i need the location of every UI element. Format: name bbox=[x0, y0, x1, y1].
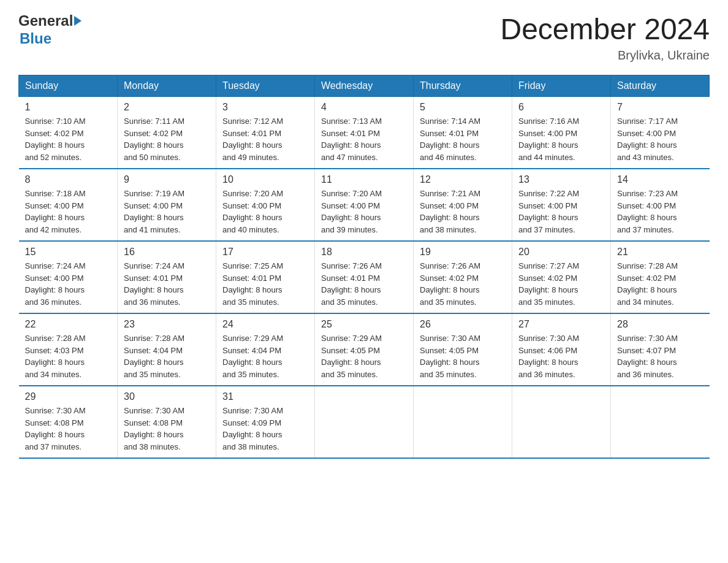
day-info: Sunrise: 7:23 AM Sunset: 4:00 PM Dayligh… bbox=[617, 188, 703, 236]
week-row-4: 22Sunrise: 7:28 AM Sunset: 4:03 PM Dayli… bbox=[19, 313, 710, 386]
week-row-2: 8Sunrise: 7:18 AM Sunset: 4:00 PM Daylig… bbox=[19, 169, 710, 241]
day-number: 3 bbox=[222, 102, 308, 113]
day-info: Sunrise: 7:14 AM Sunset: 4:01 PM Dayligh… bbox=[420, 115, 506, 163]
day-cell: 25Sunrise: 7:29 AM Sunset: 4:05 PM Dayli… bbox=[315, 313, 414, 386]
day-number: 24 bbox=[222, 319, 308, 330]
day-info: Sunrise: 7:26 AM Sunset: 4:02 PM Dayligh… bbox=[420, 260, 506, 308]
column-header-tuesday: Tuesday bbox=[216, 75, 315, 97]
day-cell: 13Sunrise: 7:22 AM Sunset: 4:00 PM Dayli… bbox=[512, 169, 611, 241]
day-cell: 7Sunrise: 7:17 AM Sunset: 4:00 PM Daylig… bbox=[611, 97, 710, 169]
day-cell bbox=[315, 386, 414, 458]
day-cell: 15Sunrise: 7:24 AM Sunset: 4:00 PM Dayli… bbox=[19, 241, 118, 313]
day-cell: 24Sunrise: 7:29 AM Sunset: 4:04 PM Dayli… bbox=[216, 313, 315, 386]
day-number: 26 bbox=[420, 319, 506, 330]
day-number: 19 bbox=[420, 247, 506, 258]
day-cell: 12Sunrise: 7:21 AM Sunset: 4:00 PM Dayli… bbox=[414, 169, 512, 241]
column-header-wednesday: Wednesday bbox=[315, 75, 414, 97]
day-number: 28 bbox=[617, 319, 703, 330]
day-number: 31 bbox=[222, 391, 308, 402]
day-cell bbox=[414, 386, 512, 458]
day-info: Sunrise: 7:30 AM Sunset: 4:09 PM Dayligh… bbox=[222, 405, 308, 453]
day-cell: 27Sunrise: 7:30 AM Sunset: 4:06 PM Dayli… bbox=[512, 313, 611, 386]
logo-blue-text: Blue bbox=[20, 30, 82, 48]
day-info: Sunrise: 7:22 AM Sunset: 4:00 PM Dayligh… bbox=[518, 188, 604, 236]
day-info: Sunrise: 7:21 AM Sunset: 4:00 PM Dayligh… bbox=[420, 188, 506, 236]
day-number: 20 bbox=[518, 247, 604, 258]
day-info: Sunrise: 7:16 AM Sunset: 4:00 PM Dayligh… bbox=[518, 115, 604, 163]
day-number: 23 bbox=[124, 319, 210, 330]
column-header-thursday: Thursday bbox=[414, 75, 512, 97]
day-info: Sunrise: 7:30 AM Sunset: 4:08 PM Dayligh… bbox=[124, 405, 210, 453]
day-cell: 6Sunrise: 7:16 AM Sunset: 4:00 PM Daylig… bbox=[512, 97, 611, 169]
day-cell: 18Sunrise: 7:26 AM Sunset: 4:01 PM Dayli… bbox=[315, 241, 414, 313]
day-number: 2 bbox=[124, 102, 210, 113]
day-cell: 17Sunrise: 7:25 AM Sunset: 4:01 PM Dayli… bbox=[216, 241, 315, 313]
week-row-3: 15Sunrise: 7:24 AM Sunset: 4:00 PM Dayli… bbox=[19, 241, 710, 313]
day-number: 21 bbox=[617, 247, 703, 258]
column-header-friday: Friday bbox=[512, 75, 611, 97]
day-cell: 5Sunrise: 7:14 AM Sunset: 4:01 PM Daylig… bbox=[414, 97, 512, 169]
month-title: December 2024 bbox=[500, 12, 710, 46]
day-cell: 3Sunrise: 7:12 AM Sunset: 4:01 PM Daylig… bbox=[216, 97, 315, 169]
day-info: Sunrise: 7:30 AM Sunset: 4:05 PM Dayligh… bbox=[420, 332, 506, 380]
day-info: Sunrise: 7:25 AM Sunset: 4:01 PM Dayligh… bbox=[222, 260, 308, 308]
day-info: Sunrise: 7:27 AM Sunset: 4:02 PM Dayligh… bbox=[518, 260, 604, 308]
day-number: 9 bbox=[124, 174, 210, 185]
calendar-table: SundayMondayTuesdayWednesdayThursdayFrid… bbox=[18, 75, 710, 459]
day-number: 29 bbox=[25, 391, 112, 402]
day-cell: 2Sunrise: 7:11 AM Sunset: 4:02 PM Daylig… bbox=[118, 97, 216, 169]
day-info: Sunrise: 7:19 AM Sunset: 4:00 PM Dayligh… bbox=[124, 188, 210, 236]
logo-arrow-icon bbox=[74, 16, 82, 26]
day-cell: 19Sunrise: 7:26 AM Sunset: 4:02 PM Dayli… bbox=[414, 241, 512, 313]
day-cell: 14Sunrise: 7:23 AM Sunset: 4:00 PM Dayli… bbox=[611, 169, 710, 241]
day-number: 13 bbox=[518, 174, 604, 185]
day-info: Sunrise: 7:30 AM Sunset: 4:08 PM Dayligh… bbox=[25, 405, 112, 453]
day-number: 10 bbox=[222, 174, 308, 185]
day-number: 4 bbox=[321, 102, 407, 113]
day-info: Sunrise: 7:30 AM Sunset: 4:07 PM Dayligh… bbox=[617, 332, 703, 380]
day-cell: 9Sunrise: 7:19 AM Sunset: 4:00 PM Daylig… bbox=[118, 169, 216, 241]
day-cell: 8Sunrise: 7:18 AM Sunset: 4:00 PM Daylig… bbox=[19, 169, 118, 241]
day-info: Sunrise: 7:30 AM Sunset: 4:06 PM Dayligh… bbox=[518, 332, 604, 380]
day-info: Sunrise: 7:28 AM Sunset: 4:02 PM Dayligh… bbox=[617, 260, 703, 308]
day-number: 7 bbox=[617, 102, 703, 113]
day-cell bbox=[512, 386, 611, 458]
day-info: Sunrise: 7:29 AM Sunset: 4:05 PM Dayligh… bbox=[321, 332, 407, 380]
day-number: 22 bbox=[25, 319, 112, 330]
day-number: 1 bbox=[25, 102, 112, 113]
week-row-5: 29Sunrise: 7:30 AM Sunset: 4:08 PM Dayli… bbox=[19, 386, 710, 458]
logo-general-text: General bbox=[18, 12, 73, 30]
day-info: Sunrise: 7:20 AM Sunset: 4:00 PM Dayligh… bbox=[321, 188, 407, 236]
day-info: Sunrise: 7:13 AM Sunset: 4:01 PM Dayligh… bbox=[321, 115, 407, 163]
day-cell: 1Sunrise: 7:10 AM Sunset: 4:02 PM Daylig… bbox=[19, 97, 118, 169]
column-header-saturday: Saturday bbox=[611, 75, 710, 97]
day-number: 30 bbox=[124, 391, 210, 402]
week-row-1: 1Sunrise: 7:10 AM Sunset: 4:02 PM Daylig… bbox=[19, 97, 710, 169]
day-cell: 10Sunrise: 7:20 AM Sunset: 4:00 PM Dayli… bbox=[216, 169, 315, 241]
title-area: December 2024 Brylivka, Ukraine bbox=[500, 12, 710, 63]
day-cell: 11Sunrise: 7:20 AM Sunset: 4:00 PM Dayli… bbox=[315, 169, 414, 241]
day-number: 25 bbox=[321, 319, 407, 330]
logo: General Blue bbox=[18, 12, 82, 48]
day-number: 5 bbox=[420, 102, 506, 113]
day-cell: 26Sunrise: 7:30 AM Sunset: 4:05 PM Dayli… bbox=[414, 313, 512, 386]
day-cell: 23Sunrise: 7:28 AM Sunset: 4:04 PM Dayli… bbox=[118, 313, 216, 386]
day-number: 8 bbox=[25, 174, 112, 185]
day-number: 18 bbox=[321, 247, 407, 258]
day-number: 12 bbox=[420, 174, 506, 185]
day-number: 14 bbox=[617, 174, 703, 185]
day-info: Sunrise: 7:20 AM Sunset: 4:00 PM Dayligh… bbox=[222, 188, 308, 236]
page-header: General Blue December 2024 Brylivka, Ukr… bbox=[18, 12, 710, 63]
day-cell bbox=[611, 386, 710, 458]
day-info: Sunrise: 7:18 AM Sunset: 4:00 PM Dayligh… bbox=[25, 188, 112, 236]
day-cell: 16Sunrise: 7:24 AM Sunset: 4:01 PM Dayli… bbox=[118, 241, 216, 313]
day-cell: 29Sunrise: 7:30 AM Sunset: 4:08 PM Dayli… bbox=[19, 386, 118, 458]
day-cell: 4Sunrise: 7:13 AM Sunset: 4:01 PM Daylig… bbox=[315, 97, 414, 169]
day-info: Sunrise: 7:28 AM Sunset: 4:03 PM Dayligh… bbox=[25, 332, 112, 380]
day-cell: 31Sunrise: 7:30 AM Sunset: 4:09 PM Dayli… bbox=[216, 386, 315, 458]
day-info: Sunrise: 7:26 AM Sunset: 4:01 PM Dayligh… bbox=[321, 260, 407, 308]
day-cell: 20Sunrise: 7:27 AM Sunset: 4:02 PM Dayli… bbox=[512, 241, 611, 313]
day-cell: 28Sunrise: 7:30 AM Sunset: 4:07 PM Dayli… bbox=[611, 313, 710, 386]
day-info: Sunrise: 7:29 AM Sunset: 4:04 PM Dayligh… bbox=[222, 332, 308, 380]
day-info: Sunrise: 7:24 AM Sunset: 4:01 PM Dayligh… bbox=[124, 260, 210, 308]
